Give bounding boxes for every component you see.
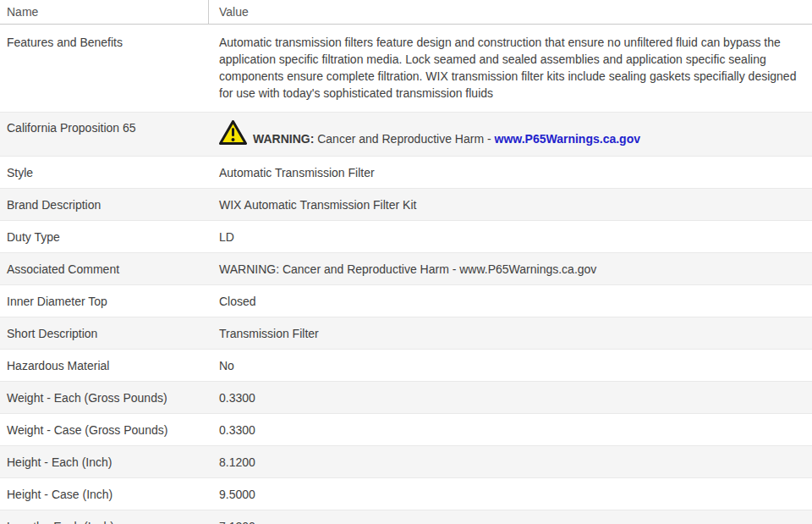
row-name: Inner Diameter Top <box>0 285 209 317</box>
row-value: No <box>209 350 812 381</box>
row-value: 7.1200 <box>209 510 812 524</box>
header-name-column: Name <box>0 0 209 24</box>
table-row: Length - Each (Inch) 7.1200 <box>0 510 812 524</box>
row-name: Duty Type <box>0 221 209 252</box>
row-name: Features and Benefits <box>0 25 209 112</box>
row-value: Automatic Transmission Filter <box>209 157 812 188</box>
row-name: Brand Description <box>0 189 209 220</box>
row-value: 0.3300 <box>209 382 812 413</box>
table-row: Short Description Transmission Filter <box>0 317 812 350</box>
row-value: LD <box>209 221 812 252</box>
row-name: Associated Comment <box>0 253 209 284</box>
table-body: Features and Benefits Automatic transmis… <box>0 25 812 524</box>
table-row: Brand Description WIX Automatic Transmis… <box>0 189 812 221</box>
row-name: Height - Each (Inch) <box>0 446 209 477</box>
header-value-column: Value <box>209 0 812 24</box>
row-value: Closed <box>209 285 812 317</box>
table-row: Height - Each (Inch) 8.1200 <box>0 446 812 478</box>
table-row: Weight - Case (Gross Pounds) 0.3300 <box>0 414 812 446</box>
row-name: Style <box>0 157 209 188</box>
table-row: Associated Comment WARNING: Cancer and R… <box>0 253 812 285</box>
row-value: WARNING: Cancer and Reproductive Harm - … <box>209 253 812 284</box>
table-row: Style Automatic Transmission Filter <box>0 157 812 189</box>
row-name: Length - Each (Inch) <box>0 510 209 524</box>
row-value: 0.3300 <box>209 414 812 445</box>
row-name: Height - Case (Inch) <box>0 478 209 510</box>
row-value: 9.5000 <box>209 478 812 510</box>
row-value: WIX Automatic Transmission Filter Kit <box>209 189 812 220</box>
warning-triangle-icon <box>219 120 247 148</box>
row-name: Short Description <box>0 317 209 349</box>
table-row: Inner Diameter Top Closed <box>0 285 812 317</box>
row-name: Weight - Case (Gross Pounds) <box>0 414 209 445</box>
row-name: Hazardous Material <box>0 350 209 381</box>
warning-text: WARNING: Cancer and Reproductive Harm - … <box>253 131 640 148</box>
product-spec-table: Name Value Features and Benefits Automat… <box>0 0 812 524</box>
p65-warnings-link[interactable]: www.P65Warnings.ca.gov <box>495 132 640 146</box>
table-row: California Proposition 65 WARNING: Cance… <box>0 113 812 157</box>
table-row: Features and Benefits Automatic transmis… <box>0 25 812 113</box>
table-row: Hazardous Material No <box>0 350 812 382</box>
row-value: Transmission Filter <box>209 317 812 349</box>
row-value: 8.1200 <box>209 446 812 477</box>
row-value: WARNING: Cancer and Reproductive Harm - … <box>209 113 812 156</box>
row-name: Weight - Each (Gross Pounds) <box>0 382 209 413</box>
table-header: Name Value <box>0 0 812 25</box>
table-row: Duty Type LD <box>0 221 812 253</box>
table-row: Height - Case (Inch) 9.5000 <box>0 478 812 510</box>
row-name: California Proposition 65 <box>0 113 209 156</box>
row-value: Automatic transmission filters feature d… <box>209 25 812 112</box>
table-row: Weight - Each (Gross Pounds) 0.3300 <box>0 382 812 414</box>
